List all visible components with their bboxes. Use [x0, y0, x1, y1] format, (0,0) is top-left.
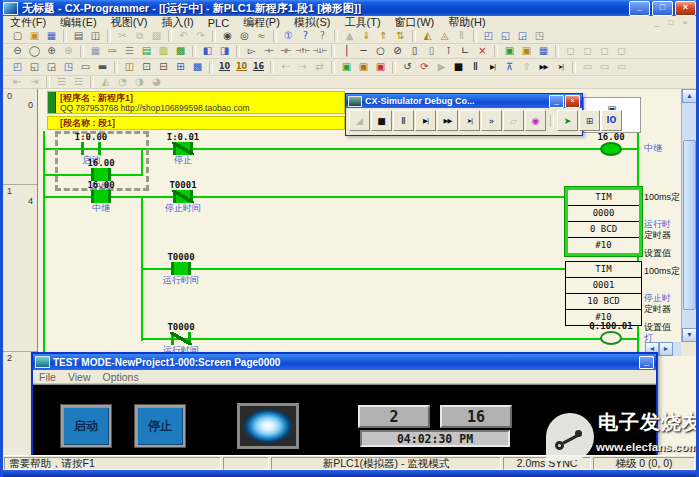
- console-step-run-button[interactable]: ▶|: [415, 110, 436, 131]
- upload-from-plc-icon[interactable]: ⇑: [375, 29, 392, 43]
- output-window-icon[interactable]: ▭: [77, 60, 94, 74]
- console-scan-step-button[interactable]: ➤|: [459, 110, 480, 131]
- help-icon[interactable]: ?: [297, 29, 314, 43]
- sim-scan-step-icon[interactable]: ➤|: [552, 60, 569, 74]
- inverted-instruction-tool-icon[interactable]: ▯: [423, 44, 440, 58]
- select-tool-icon[interactable]: ▻: [243, 44, 260, 58]
- tile-vertical-icon[interactable]: ◲: [43, 60, 60, 74]
- menu-file[interactable]: 文件(F): [3, 15, 53, 30]
- menu-edit[interactable]: 编辑(E): [53, 15, 104, 30]
- scroll-right-button[interactable]: ►: [659, 342, 673, 356]
- find-icon[interactable]: ◉: [219, 29, 236, 43]
- download-to-plc-icon[interactable]: ⇓: [358, 29, 375, 43]
- simulator-run-icon[interactable]: ▣: [518, 44, 535, 58]
- sim-step-run-icon[interactable]: ▶|: [484, 60, 501, 74]
- hmi-menu-view[interactable]: View: [68, 371, 91, 383]
- mdi-minimize-button[interactable]: _: [650, 17, 664, 28]
- signed-decimal-radix-button[interactable]: 10: [233, 60, 250, 74]
- console-pause-button[interactable]: Ⅱ: [393, 110, 414, 131]
- no-contact-tool-icon[interactable]: ⊣⊢: [260, 44, 277, 58]
- minimize-button[interactable]: _: [629, 1, 650, 16]
- force-set-icon[interactable]: ⊡: [138, 60, 155, 74]
- data-trace-icon[interactable]: ◨: [216, 44, 233, 58]
- tim-block-0000[interactable]: TIM 0000 0 BCD #10: [565, 187, 642, 256]
- sim-step-mode-icon[interactable]: ▣: [355, 60, 372, 74]
- console-continuous-step-button[interactable]: ▶▶: [437, 110, 458, 131]
- menu-simulation[interactable]: 模拟(S): [287, 15, 338, 30]
- zoom-out-icon[interactable]: ⊖: [9, 44, 26, 58]
- instruction-tool-icon[interactable]: ▯: [406, 44, 423, 58]
- menu-insert[interactable]: 插入(I): [154, 15, 200, 30]
- zoom-normal-icon[interactable]: ◯: [26, 44, 43, 58]
- plc-settings-icon[interactable]: ◳: [531, 29, 548, 43]
- maximize-button[interactable]: □: [652, 1, 673, 16]
- console-keyboard-button[interactable]: ⊞: [579, 110, 600, 131]
- work-online-icon[interactable]: ◭: [419, 29, 436, 43]
- hex-radix-button[interactable]: 16: [250, 60, 267, 74]
- sim-ex it-icon[interactable]: ▣: [372, 60, 389, 74]
- contact-relay[interactable]: 16.00 中继: [73, 180, 129, 213]
- console-replay-button[interactable]: ◉: [525, 110, 546, 131]
- sim-continuous-step-icon[interactable]: ▶▶: [535, 60, 552, 74]
- scroll-up-button[interactable]: ▲: [682, 89, 696, 103]
- print-icon[interactable]: ▤: [70, 29, 87, 43]
- address-reference-icon[interactable]: ≈: [253, 29, 270, 43]
- force-reset-icon[interactable]: ⊟: [155, 60, 172, 74]
- sim-pause-icon[interactable]: Ⅱ: [467, 60, 484, 74]
- monitor-data-icon[interactable]: ◫: [121, 60, 138, 74]
- monitor-mode-icon[interactable]: ◬: [436, 29, 453, 43]
- force-cancel-icon[interactable]: ⊞: [172, 60, 189, 74]
- monitor-window-icon[interactable]: ◧: [199, 44, 216, 58]
- console-minimize-button[interactable]: _: [549, 95, 564, 108]
- replace-icon[interactable]: ◎: [236, 29, 253, 43]
- or-nc-contact-tool-icon[interactable]: ⊣↓⊢: [311, 44, 328, 58]
- coil-tool-icon[interactable]: ○: [372, 44, 389, 58]
- menu-window[interactable]: 窗口(W): [388, 15, 442, 30]
- console-io-button[interactable]: IO: [601, 110, 622, 131]
- properties-window-icon[interactable]: ▬: [94, 60, 111, 74]
- symbol-table-icon[interactable]: ▩: [172, 44, 189, 58]
- scrollbar-thumb[interactable]: [683, 140, 696, 310]
- hmi-menu-options[interactable]: Options: [103, 371, 139, 383]
- timer-tool-icon[interactable]: ⊺: [440, 44, 457, 58]
- contact-run-timer-nc[interactable]: T0000 运行时间: [153, 322, 209, 355]
- tim-block-0001[interactable]: TIM 0001 10 BCD #10: [565, 261, 642, 326]
- sim-reset-icon[interactable]: ↺: [399, 60, 416, 74]
- mdi-restore-button[interactable]: □: [664, 17, 678, 28]
- menu-plc[interactable]: PLC: [201, 17, 236, 29]
- contact-stop-timer[interactable]: T0001 停止时间: [155, 180, 211, 213]
- tile-horizontal-icon[interactable]: ◱: [26, 60, 43, 74]
- sim-stop-icon[interactable]: ■: [450, 60, 467, 74]
- hmi-start-button[interactable]: 启动: [61, 405, 111, 447]
- coil-relay[interactable]: 16.00: [583, 132, 639, 156]
- line-delete-tool-icon[interactable]: ×: [474, 44, 491, 58]
- compare-with-plc-icon[interactable]: ⇅: [392, 29, 409, 43]
- nc-contact-tool-icon[interactable]: ⊣/⊢: [277, 44, 294, 58]
- simulator-online-icon[interactable]: ▣: [501, 44, 518, 58]
- scroll-down-button[interactable]: ▼: [682, 328, 696, 342]
- hmi-menu-file[interactable]: File: [39, 371, 56, 383]
- closed-coil-tool-icon[interactable]: ⊘: [389, 44, 406, 58]
- zoom-in-icon[interactable]: ⊕: [43, 44, 60, 58]
- hmi-stop-button[interactable]: 停止: [135, 405, 185, 447]
- menu-program[interactable]: 编程(P): [236, 15, 287, 30]
- simulator-settings-icon[interactable]: ▦: [535, 44, 552, 58]
- contact-stop[interactable]: I:0.01 停止: [155, 132, 211, 165]
- decimal-radix-button[interactable]: 10: [216, 60, 233, 74]
- cross-reference-icon[interactable]: ◱: [497, 29, 514, 43]
- save-icon[interactable]: ▦: [43, 29, 60, 43]
- workspace-icon[interactable]: ◳: [60, 60, 77, 74]
- io-table-icon[interactable]: ◲: [514, 29, 531, 43]
- menu-view[interactable]: 视图(V): [104, 15, 155, 30]
- sim-step-in-icon[interactable]: ⊼: [501, 60, 518, 74]
- new-file-icon[interactable]: ▢: [9, 29, 26, 43]
- menu-help[interactable]: 帮助(H): [441, 15, 492, 30]
- new-window-icon[interactable]: ◰: [480, 29, 497, 43]
- horizontal-line-tool-icon[interactable]: ─: [355, 44, 372, 58]
- or-no-contact-tool-icon[interactable]: ⊣↑⊢: [294, 44, 311, 58]
- cascade-windows-icon[interactable]: ◰: [9, 60, 26, 74]
- console-task-run-button[interactable]: ➤: [557, 110, 578, 131]
- vertical-scrollbar[interactable]: ▲ ▼: [681, 89, 696, 342]
- contact-run-timer[interactable]: T0000 运行时间: [153, 252, 209, 285]
- console-close-button[interactable]: ×: [565, 95, 580, 108]
